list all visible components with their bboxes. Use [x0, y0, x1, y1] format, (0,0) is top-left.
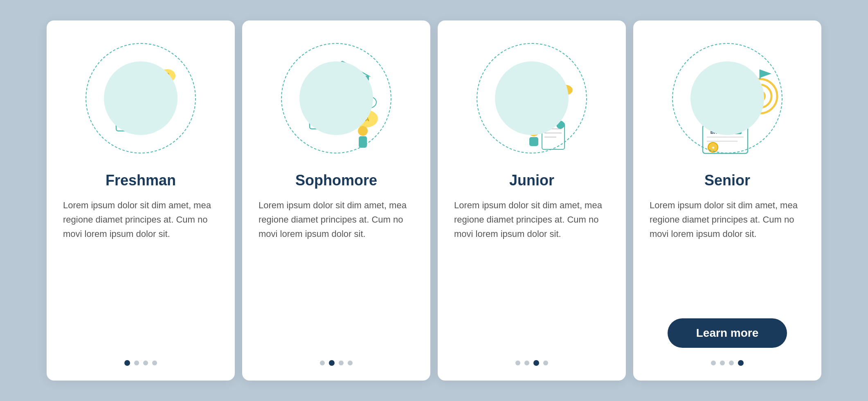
dot-2 [524, 360, 529, 365]
dot-1 [320, 360, 325, 365]
freshman-dots [124, 360, 157, 366]
junior-title: Junior [509, 172, 554, 189]
dot-2 [720, 360, 725, 365]
junior-dots [515, 360, 548, 366]
dot-4 [348, 360, 353, 365]
illustration-senior: BACHELOR'S ★ [666, 37, 789, 160]
card-senior: BACHELOR'S ★ Senior Lorem ipsum dolor si… [633, 20, 821, 381]
dot-4 [738, 360, 744, 366]
dot-1 [711, 360, 716, 365]
cards-container: ? PLAN Freshman Lorem ipsum dolor sit [26, 4, 842, 397]
junior-text: Lorem ipsum dolor sit dim amet, mea regi… [454, 198, 609, 348]
dot-1 [124, 360, 130, 366]
dot-4 [152, 360, 157, 365]
dot-3 [533, 360, 539, 366]
illustration-sophomore: ★ ★ ★ QA ? [275, 37, 398, 160]
bg-circle [690, 61, 764, 135]
dot-3 [143, 360, 148, 365]
freshman-text: Lorem ipsum dolor sit dim amet, mea regi… [63, 198, 218, 348]
bg-circle [104, 61, 178, 135]
freshman-title: Freshman [106, 172, 176, 189]
senior-dots [711, 360, 744, 366]
senior-text: Lorem ipsum dolor sit dim amet, mea regi… [650, 198, 805, 309]
illustration-junior: ●●● ●●● [470, 37, 593, 160]
senior-title: Senior [704, 172, 750, 189]
sophomore-text: Lorem ipsum dolor sit dim amet, mea regi… [259, 198, 414, 348]
card-junior: ●●● ●●● Junior Lorem ipsum d [438, 20, 626, 381]
sophomore-title: Sophomore [295, 172, 377, 189]
bg-circle [495, 61, 569, 135]
bg-circle [299, 61, 373, 135]
dot-2 [329, 360, 335, 366]
dot-4 [543, 360, 548, 365]
dot-3 [339, 360, 344, 365]
dot-2 [134, 360, 139, 365]
learn-more-button[interactable]: Learn more [668, 318, 787, 348]
dot-1 [515, 360, 520, 365]
dot-3 [729, 360, 734, 365]
card-freshman: ? PLAN Freshman Lorem ipsum dolor sit [47, 20, 235, 381]
card-sophomore: ★ ★ ★ QA ? [242, 20, 430, 381]
sophomore-dots [320, 360, 353, 366]
illustration-freshman: ? PLAN [79, 37, 202, 160]
